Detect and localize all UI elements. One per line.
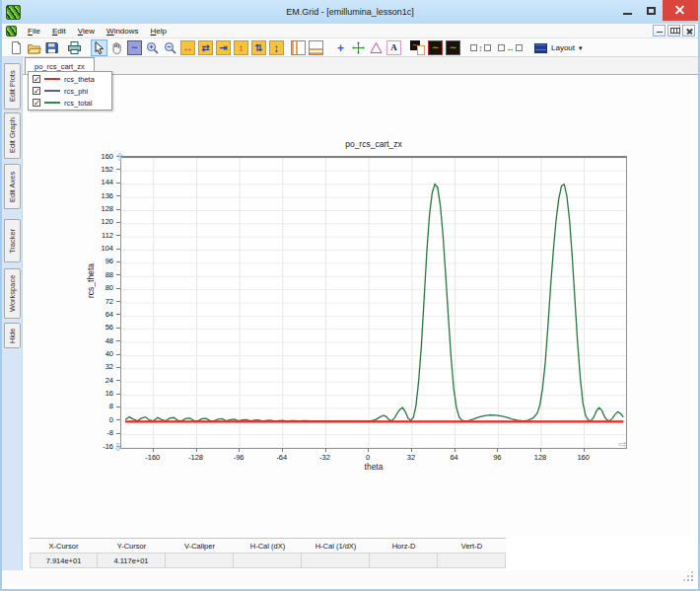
sidebar-tab-workspace[interactable]: Workspace (4, 268, 21, 319)
legend-checkbox-rcs_total[interactable]: ✓ (33, 99, 40, 107)
legend-checkbox-rcs_phi[interactable]: ✓ (33, 87, 40, 95)
y-tick-label: 0 (23, 415, 113, 424)
legend-label: rcs_phi (64, 87, 88, 96)
plot-area[interactable] (120, 156, 627, 449)
graph-view-dark-icon[interactable]: ∼ (445, 39, 461, 56)
fit-vertical-icon[interactable]: ↨ (268, 39, 285, 56)
app-logo-icon (6, 26, 17, 37)
sidebar-tab-tracker[interactable]: Tracker (4, 219, 21, 262)
legend: ✓rcs_theta✓rcs_phi✓rcs_total (28, 71, 112, 111)
menu-help[interactable]: Help (145, 24, 173, 37)
cursor-col-value (302, 553, 370, 568)
save-file-icon[interactable] (43, 39, 60, 56)
maximize-button[interactable] (639, 0, 663, 21)
cursor-col-header: Y-Cursor (98, 539, 166, 553)
x-axis-label: theta (120, 462, 627, 472)
minimize-icon (623, 13, 632, 15)
plot-anchor-top-left[interactable]: ⇧ (115, 152, 124, 163)
cursor-col-value (438, 553, 506, 568)
select-arrow-icon[interactable] (91, 39, 107, 56)
x-tick-label: 32 (391, 453, 431, 462)
close-button[interactable] (663, 0, 698, 21)
plot-anchor-bottom-right[interactable]: ⇨ (618, 439, 627, 450)
legend-checkbox-rcs_theta[interactable]: ✓ (33, 75, 40, 83)
cross-marker-icon[interactable]: + (332, 39, 349, 56)
menu-view[interactable]: View (72, 24, 101, 37)
y-tick-label: -16 (23, 442, 113, 451)
toolbar: ∼↔⇄⇥↕⇅↨+A∼∼∼↕↔Layout▾ (2, 39, 698, 57)
y-tick-label: 16 (23, 389, 113, 398)
plot-anchor-bottom-left[interactable]: ⇩ (113, 442, 122, 453)
legend-line-sample (44, 90, 60, 92)
mdi-close-button[interactable] (682, 25, 695, 37)
compress-vertical-icon[interactable]: ⇅ (250, 39, 267, 56)
split-vertical-icon[interactable] (290, 39, 307, 56)
x-tick-label: 0 (348, 453, 387, 462)
menu-edit[interactable]: Edit (46, 24, 72, 37)
y-tick-label: 120 (23, 217, 113, 226)
cursor-col-header: V-Caliper (166, 539, 234, 553)
legend-label: rcs_total (64, 99, 92, 108)
cursor-col-value: 7.914e+01 (30, 553, 98, 568)
graph-panel: ✓rcs_theta✓rcs_phi✓rcs_total po_rcs_cart… (23, 76, 698, 538)
menu-file[interactable]: File (22, 24, 46, 37)
y-tick-label: 24 (23, 376, 113, 385)
y-axis-label: rcs_theta (86, 263, 96, 298)
x-tick-label: -160 (133, 453, 173, 462)
y-tick-label: 104 (23, 244, 113, 253)
status-bar (2, 570, 698, 585)
open-file-icon[interactable] (26, 39, 42, 56)
tracker-axes-icon[interactable] (350, 39, 367, 56)
graph-view-red-icon[interactable]: ∼ (427, 39, 444, 56)
layout-menu[interactable]: Layout▾ (529, 41, 588, 55)
expand-horizontal-icon[interactable]: ↔ (179, 39, 196, 56)
distribute-vertical-icon[interactable]: ↕ (472, 39, 489, 56)
legend-item-rcs_theta: ✓rcs_theta (29, 73, 111, 85)
legend-item-rcs_total: ✓rcs_total (29, 97, 111, 109)
layout-icon (534, 43, 547, 53)
new-file-icon[interactable] (8, 39, 25, 56)
cursor-col-header: Vert-D (438, 539, 506, 553)
y-tick-label: 56 (23, 323, 113, 332)
legend-item-rcs_phi: ✓rcs_phi (29, 85, 111, 97)
minimize-button[interactable] (615, 0, 639, 21)
zoom-in-icon[interactable] (144, 39, 161, 56)
sidebar-tab-edit-axes[interactable]: Edit Axes (4, 164, 21, 209)
pan-hand-icon[interactable] (108, 39, 125, 56)
sidebar-tab-hide[interactable]: Hide (4, 323, 21, 348)
print-icon[interactable] (66, 39, 83, 56)
tab-bar: po_rcs_cart_zx (23, 57, 698, 75)
cursor-readout-table: X-CursorY-CursorV-CaliperH-Cal (dX)H-Cal… (30, 538, 506, 568)
split-horizontal-icon[interactable] (308, 39, 324, 56)
sidebar: Edit PlotsEdit GraphEdit AxesTrackerWork… (2, 57, 23, 581)
y-tick-label: 88 (23, 270, 113, 279)
y-tick-label: -8 (23, 428, 113, 437)
caliper-triangle-icon[interactable] (368, 39, 385, 56)
app-window: EM.Grid - [emillumina_lesson1c] FileEdit… (0, 0, 700, 591)
sidebar-tab-edit-plots[interactable]: Edit Plots (4, 63, 21, 110)
plot-svg (121, 158, 626, 448)
graph-settings-icon[interactable]: ∼ (409, 39, 426, 56)
expand-vertical-icon[interactable]: ↕ (233, 39, 249, 56)
menu-windows[interactable]: Windows (101, 24, 144, 37)
resize-grip[interactable] (691, 579, 693, 581)
x-tick-label: 128 (521, 453, 560, 462)
compress-horizontal-icon[interactable]: ⇄ (197, 39, 214, 56)
y-tick-label: 112 (23, 231, 113, 240)
y-tick-label: 144 (23, 178, 113, 186)
y-tick-label: 160 (23, 152, 113, 161)
sidebar-tab-edit-graph[interactable]: Edit Graph (4, 112, 21, 159)
text-annotation-icon[interactable]: A (385, 39, 402, 56)
fit-horizontal-icon[interactable]: ⇥ (215, 39, 232, 56)
mdi-minimize-button[interactable] (653, 25, 665, 37)
x-tick-label: -128 (176, 453, 216, 462)
cursor-col-header: Horz-D (370, 539, 438, 553)
zoom-out-icon[interactable] (162, 39, 178, 56)
y-tick-label: 8 (23, 402, 113, 410)
distribute-horizontal-icon[interactable]: ↔ (502, 39, 519, 56)
mdi-restore-button[interactable] (667, 25, 680, 37)
titlebar: EM.Grid - [emillumina_lesson1c] (2, 0, 698, 24)
chart-title: po_rcs_cart_zx (120, 139, 627, 149)
zoom-window-icon[interactable]: ∼ (126, 39, 143, 56)
y-tick-label: 40 (23, 349, 113, 358)
